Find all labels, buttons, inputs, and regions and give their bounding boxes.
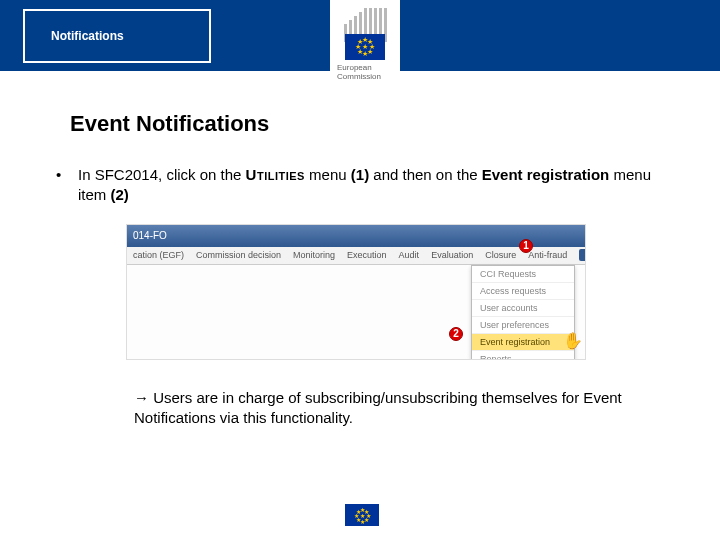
instruction-bullet: • In SFC2014, click on the Utilities men… xyxy=(56,165,672,206)
menu-item[interactable]: Commission decision xyxy=(196,250,281,260)
banner-title: Notifications xyxy=(51,29,124,43)
text-frag: In SFC2014, click on the xyxy=(78,166,246,183)
dropdown-item[interactable]: CCI Requests xyxy=(472,266,574,283)
menu-item[interactable]: Closure xyxy=(485,250,516,260)
menu-item[interactable]: cation (EGF) xyxy=(133,250,184,260)
menu-item[interactable]: Audit xyxy=(399,250,420,260)
note-body: Users are in charge of subscribing/unsub… xyxy=(134,389,622,426)
ref-2: (2) xyxy=(111,186,129,203)
app-titlebar: 014-FO xyxy=(127,225,585,247)
arrow-icon: → xyxy=(134,389,149,406)
menu-item-utilities[interactable]: Utilities xyxy=(579,249,586,261)
embedded-screenshot: 014-FO cation (EGF) Commission decision … xyxy=(126,224,586,360)
slide-body: Event Notifications • In SFC2014, click … xyxy=(0,71,720,428)
ref-1: (1) xyxy=(351,166,369,183)
ec-logo-text: European Commission xyxy=(337,64,393,82)
dropdown-item[interactable]: User preferences xyxy=(472,317,574,334)
banner-title-box: Notifications xyxy=(23,9,211,63)
eu-flag-icon xyxy=(345,34,385,60)
slide-heading: Event Notifications xyxy=(70,111,672,137)
menu-item[interactable]: Anti-fraud xyxy=(528,250,567,260)
cursor-icon: ✋ xyxy=(563,331,583,350)
dropdown-item[interactable]: Reports xyxy=(472,351,574,360)
footer-eu-flag-icon xyxy=(345,504,379,526)
text-frag: menu xyxy=(305,166,351,183)
callout-marker-2: 2 xyxy=(449,327,463,341)
utilities-word: Utilities xyxy=(246,166,305,183)
ec-logo: European Commission xyxy=(330,0,400,96)
dropdown-item-event-registration[interactable]: Event registration xyxy=(472,334,574,351)
dropdown-item[interactable]: Access requests xyxy=(472,283,574,300)
utilities-dropdown: CCI Requests Access requests User accoun… xyxy=(471,265,575,360)
menu-item[interactable]: Evaluation xyxy=(431,250,473,260)
event-registration-word: Event registration xyxy=(482,166,610,183)
bullet-marker: • xyxy=(56,165,78,185)
note-text: → Users are in charge of subscribing/uns… xyxy=(134,388,624,429)
menu-item[interactable]: Monitoring xyxy=(293,250,335,260)
app-menubar: cation (EGF) Commission decision Monitor… xyxy=(127,247,585,265)
callout-marker-1: 1 xyxy=(519,239,533,253)
text-frag: and then on the xyxy=(369,166,482,183)
instruction-text: In SFC2014, click on the Utilities menu … xyxy=(78,165,672,206)
dropdown-item[interactable]: User accounts xyxy=(472,300,574,317)
slide-banner: Notifications European Commission xyxy=(0,0,720,71)
menu-item[interactable]: Execution xyxy=(347,250,387,260)
